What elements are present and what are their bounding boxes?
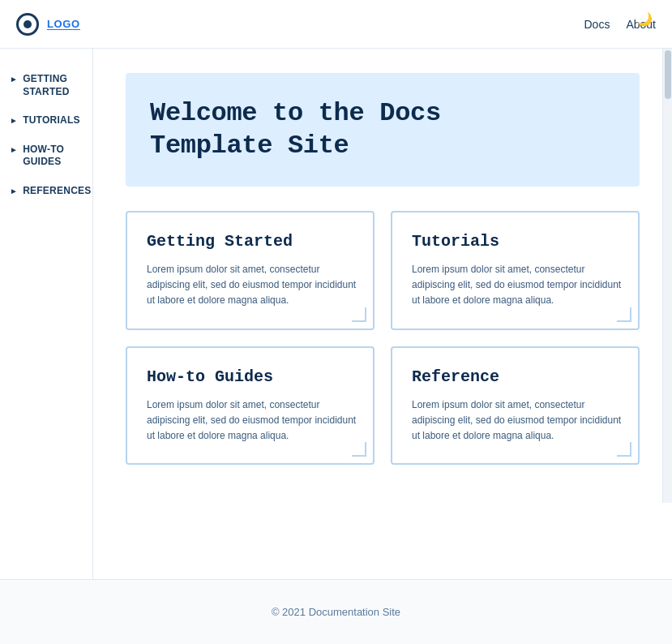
scrollbar-track[interactable] — [662, 49, 672, 503]
sidebar: ► GETTING STARTED ► TUTORIALS ► HOW-TO G… — [0, 49, 93, 579]
card-how-to-guides-title: How-to Guides — [147, 367, 357, 386]
sidebar-item-how-to-guides[interactable]: ► HOW-TO GUIDES — [0, 135, 92, 177]
card-how-to-guides: How-to Guides Lorem ipsum dolor sit amet… — [126, 346, 375, 466]
card-reference-text: Lorem ipsum dolor sit amet, consectetur … — [412, 397, 622, 444]
scrollbar-thumb[interactable] — [665, 50, 671, 99]
card-getting-started-text: Lorem ipsum dolor sit amet, consectetur … — [147, 262, 357, 309]
footer-copyright: © 2021 Documentation Site — [272, 606, 400, 618]
header-left: LOGO — [16, 13, 80, 36]
sidebar-getting-started-label: GETTING STARTED — [23, 73, 83, 98]
card-tutorials: Tutorials Lorem ipsum dolor sit amet, co… — [391, 211, 640, 330]
hero-section: Welcome to the Docs Template Site — [126, 73, 640, 187]
hero-title: Welcome to the Docs Template Site — [150, 97, 615, 162]
sidebar-item-getting-started[interactable]: ► GETTING STARTED — [0, 65, 92, 106]
card-tutorials-title: Tutorials — [412, 232, 622, 251]
card-tutorials-text: Lorem ipsum dolor sit amet, consectetur … — [412, 262, 622, 309]
main-layout: ► GETTING STARTED ► TUTORIALS ► HOW-TO G… — [0, 49, 672, 579]
footer: © 2021 Documentation Site — [0, 579, 672, 644]
card-reference: Reference Lorem ipsum dolor sit amet, co… — [391, 346, 640, 466]
chevron-right-icon: ► — [10, 74, 18, 84]
logo-inner-circle — [24, 20, 32, 28]
hero-title-line1: Welcome to the Docs — [150, 98, 441, 128]
hero-title-line2: Template Site — [150, 131, 349, 161]
chevron-right-icon: ► — [10, 186, 18, 196]
header: LOGO Docs About 🌙 — [0, 0, 672, 49]
card-getting-started: Getting Started Lorem ipsum dolor sit am… — [126, 211, 375, 330]
chevron-right-icon: ► — [10, 115, 18, 126]
sidebar-item-tutorials[interactable]: ► TUTORIALS — [0, 106, 92, 135]
sidebar-references-label: REFERENCES — [23, 185, 91, 198]
sidebar-item-references[interactable]: ► REFERENCES — [0, 177, 92, 206]
card-getting-started-title: Getting Started — [147, 232, 357, 251]
chevron-right-icon: ► — [10, 144, 18, 155]
logo-icon — [16, 13, 39, 36]
docs-nav-link[interactable]: Docs — [584, 18, 610, 31]
main-content: Welcome to the Docs Template Site Gettin… — [93, 49, 672, 579]
sidebar-how-to-guides-label: HOW-TO GUIDES — [23, 144, 83, 169]
cards-grid: Getting Started Lorem ipsum dolor sit am… — [126, 211, 640, 465]
dark-mode-button[interactable]: 🌙 — [633, 8, 656, 30]
card-reference-title: Reference — [412, 367, 622, 386]
logo-text[interactable]: LOGO — [47, 18, 80, 30]
sidebar-tutorials-label: TUTORIALS — [23, 114, 80, 127]
card-how-to-guides-text: Lorem ipsum dolor sit amet, consectetur … — [147, 397, 357, 444]
